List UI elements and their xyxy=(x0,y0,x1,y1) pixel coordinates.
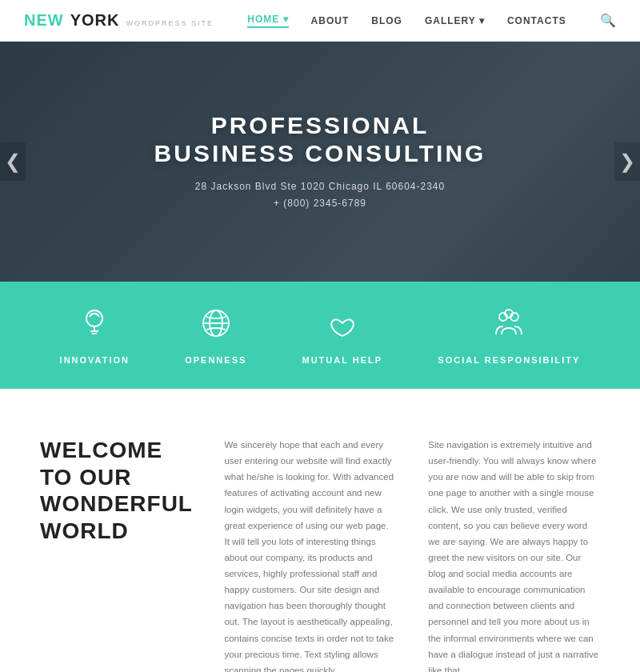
value-social-responsibility: SOCIAL RESPONSIBILITY xyxy=(438,306,580,365)
hero-section: ❮ PROFESSIONAL BUSINESS CONSULTING 28 Ja… xyxy=(0,42,640,282)
hero-address-line1: 28 Jackson Blvd Ste 1020 Chicago IL 6060… xyxy=(154,178,486,194)
hero-address: 28 Jackson Blvd Ste 1020 Chicago IL 6060… xyxy=(154,178,486,211)
site-header: NEWYORK WORDPRESS SITE HOME ▾ ABOUT BLOG… xyxy=(0,0,640,42)
value-mutual-help: MUTUAL HELP xyxy=(302,306,383,365)
social-responsibility-label: SOCIAL RESPONSIBILITY xyxy=(438,355,580,365)
nav-about[interactable]: ABOUT xyxy=(311,15,350,26)
main-nav: HOME ▾ ABOUT BLOG GALLERY ▾ CONTACTS xyxy=(247,14,566,28)
openness-label: OPENNESS xyxy=(185,355,246,365)
svg-point-0 xyxy=(86,310,102,326)
hero-next-button[interactable]: ❯ xyxy=(614,142,640,181)
hero-title-line2: BUSINESS CONSULTING xyxy=(154,140,486,168)
logo-subtitle: WORDPRESS SITE xyxy=(126,19,214,27)
values-section: INNOVATION OPENNESS MUTUAL HELP xyxy=(0,282,640,389)
welcome-heading: WELCOME TO OUR WONDERFUL WORLD xyxy=(40,437,192,672)
nav-gallery[interactable]: GALLERY ▾ xyxy=(425,15,485,26)
mutual-help-icon xyxy=(325,306,360,346)
nav-contacts[interactable]: CONTACTS xyxy=(507,15,566,26)
openness-icon xyxy=(198,306,234,346)
value-openness: OPENNESS xyxy=(185,306,246,365)
welcome-section: WELCOME TO OUR WONDERFUL WORLD We sincer… xyxy=(0,389,640,672)
hero-content: PROFESSIONAL BUSINESS CONSULTING 28 Jack… xyxy=(154,112,486,211)
mutual-help-label: MUTUAL HELP xyxy=(302,355,383,365)
value-innovation: INNOVATION xyxy=(60,306,130,365)
hero-title: PROFESSIONAL BUSINESS CONSULTING xyxy=(154,112,486,167)
innovation-label: INNOVATION xyxy=(60,355,130,365)
logo: NEWYORK WORDPRESS SITE xyxy=(24,11,214,30)
nav-blog[interactable]: BLOG xyxy=(371,15,402,26)
welcome-col2: Site navigation is extremely intuitive a… xyxy=(428,437,600,672)
innovation-icon xyxy=(77,306,112,346)
hero-title-line1: PROFESSIONAL xyxy=(154,112,486,140)
hero-prev-button[interactable]: ❮ xyxy=(0,142,26,181)
hero-address-line2: + (800) 2345-6789 xyxy=(154,195,486,211)
search-icon[interactable]: 🔍 xyxy=(600,13,616,28)
logo-york: YORK xyxy=(70,11,120,30)
nav-home[interactable]: HOME ▾ xyxy=(247,14,288,28)
welcome-col1: We sincerely hope that each and every us… xyxy=(224,437,396,672)
social-responsibility-icon xyxy=(491,306,526,346)
logo-new: NEW xyxy=(24,11,64,30)
